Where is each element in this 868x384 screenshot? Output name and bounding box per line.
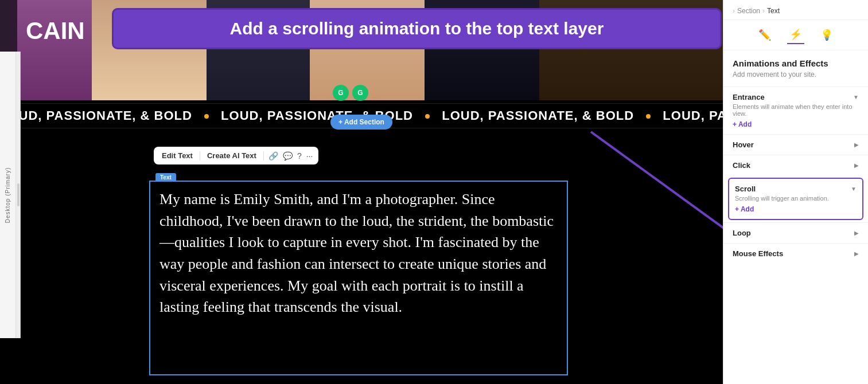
edit-text-button[interactable]: Edit Text bbox=[159, 150, 195, 161]
scroll-add-label: + Add bbox=[735, 205, 754, 213]
text-badge: Text bbox=[155, 173, 176, 182]
banner-img-1: CAIN bbox=[17, 0, 92, 100]
hover-header: Hover ▶ bbox=[733, 140, 859, 149]
sidebar-label: Desktop (Primary) bbox=[5, 167, 11, 223]
main-text-content: My name is Emily Smith, and I'm a photog… bbox=[159, 189, 558, 318]
marquee-dot-1 bbox=[204, 114, 209, 119]
more-icon[interactable]: ··· bbox=[306, 151, 313, 160]
resize-handle bbox=[17, 183, 20, 206]
text-toolbar: Edit Text Create AI Text 🔗 💬 ? ··· bbox=[154, 147, 318, 164]
breadcrumb-section[interactable]: Section bbox=[737, 7, 760, 15]
scroll-desc: Scrolling will trigger an animation. bbox=[735, 195, 857, 202]
loop-title: Loop bbox=[733, 229, 751, 237]
entrance-desc: Elements will animate when they enter in… bbox=[733, 103, 859, 117]
create-ai-text-button[interactable]: Create AI Text bbox=[205, 150, 259, 161]
click-title: Click bbox=[733, 161, 750, 170]
entrance-arrow: ▼ bbox=[853, 94, 859, 100]
tooltip-text: Add a scrolling animation to the top tex… bbox=[130, 19, 704, 38]
canvas-area: CAIN G G LOUD, PASSIONATE, & BOLD LOUD, … bbox=[0, 0, 723, 384]
entrance-header: Entrance ▼ bbox=[733, 93, 859, 101]
vertical-resize-bar[interactable] bbox=[16, 52, 21, 338]
marquee-dot-3 bbox=[646, 114, 651, 119]
help-icon[interactable]: ? bbox=[297, 151, 302, 160]
loop-header: Loop ▶ bbox=[733, 229, 859, 237]
marquee-dot-2 bbox=[425, 114, 430, 119]
hover-title: Hover bbox=[733, 140, 754, 149]
hover-arrow: ▶ bbox=[854, 142, 859, 148]
tab-edit-icon[interactable]: ✏️ bbox=[756, 26, 773, 44]
left-sidebar: Desktop (Primary) bbox=[0, 52, 16, 338]
link-icon[interactable]: 🔗 bbox=[268, 151, 278, 160]
add-section-label: + Add Section bbox=[338, 118, 384, 126]
breadcrumb: › Section › Text bbox=[723, 0, 868, 20]
tooltip-banner: Add a scrolling animation to the top tex… bbox=[112, 8, 722, 49]
breadcrumb-text[interactable]: Text bbox=[767, 7, 780, 15]
breadcrumb-sep: › bbox=[762, 7, 765, 15]
add-section-button[interactable]: + Add Section bbox=[330, 115, 392, 130]
grammarly-icon-1: G bbox=[333, 85, 349, 101]
panel-subtitle: Add movement to your site. bbox=[723, 70, 868, 87]
click-arrow: ▶ bbox=[854, 162, 859, 169]
loop-arrow: ▶ bbox=[854, 230, 859, 236]
section-entrance[interactable]: Entrance ▼ Elements will animate when th… bbox=[723, 87, 868, 134]
text-content-box[interactable]: My name is Emily Smith, and I'm a photog… bbox=[149, 181, 568, 375]
section-scroll[interactable]: Scroll ▼ Scrolling will trigger an anima… bbox=[728, 178, 863, 220]
scroll-header: Scroll ▼ bbox=[735, 185, 857, 193]
mouse-effects-title: Mouse Effects bbox=[733, 249, 783, 258]
panel-tabs: ✏️ ⚡ 💡 bbox=[723, 20, 868, 50]
mouse-effects-arrow: ▶ bbox=[854, 250, 859, 257]
scroll-title: Scroll bbox=[735, 185, 756, 193]
scroll-add-link[interactable]: + Add bbox=[735, 205, 857, 213]
panel-title: Animations and Effects bbox=[723, 50, 868, 70]
comment-icon[interactable]: 💬 bbox=[283, 151, 293, 160]
section-mouse-effects[interactable]: Mouse Effects ▶ bbox=[723, 243, 868, 264]
toolbar-sep-1 bbox=[200, 151, 200, 160]
grammarly-icons: G G bbox=[333, 85, 368, 101]
section-hover[interactable]: Hover ▶ bbox=[723, 134, 868, 155]
click-header: Click ▶ bbox=[733, 161, 859, 170]
tab-effects-icon[interactable]: 💡 bbox=[818, 26, 835, 44]
toolbar-sep-2 bbox=[263, 151, 264, 160]
entrance-add-link[interactable]: + Add bbox=[733, 120, 859, 128]
svg-line-1 bbox=[591, 132, 723, 261]
tab-animations-icon[interactable]: ⚡ bbox=[787, 26, 804, 44]
entrance-add-label: + Add bbox=[733, 120, 752, 128]
cain-text: CAIN bbox=[17, 0, 92, 62]
mouse-effects-header: Mouse Effects ▶ bbox=[733, 249, 859, 258]
grammarly-icon-2: G bbox=[352, 85, 368, 101]
right-panel: › Section › Text ✏️ ⚡ 💡 Animations and E… bbox=[723, 0, 868, 384]
section-loop[interactable]: Loop ▶ bbox=[723, 222, 868, 243]
entrance-title: Entrance bbox=[733, 93, 765, 101]
section-click[interactable]: Click ▶ bbox=[723, 155, 868, 175]
scroll-arrow: ▼ bbox=[851, 186, 857, 192]
breadcrumb-chevron: › bbox=[733, 7, 735, 15]
